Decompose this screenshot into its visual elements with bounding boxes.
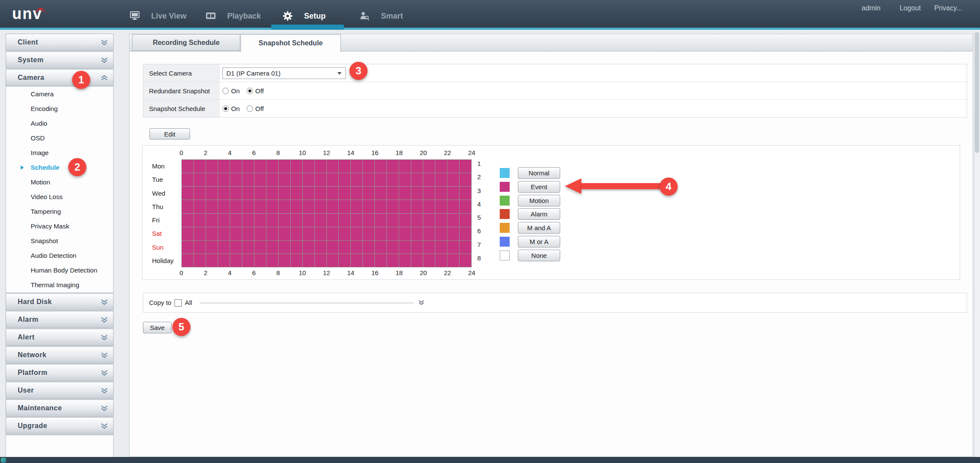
schedule-cell[interactable] (363, 241, 374, 254)
schedule-cell[interactable] (435, 187, 447, 200)
schedule-cell[interactable] (266, 214, 278, 227)
schedule-cell[interactable] (254, 214, 266, 227)
schedule-cell[interactable] (387, 187, 399, 200)
schedule-cell[interactable] (218, 227, 230, 240)
schedule-cell[interactable] (327, 227, 339, 240)
schedule-cell[interactable] (230, 214, 242, 227)
schedule-cell[interactable] (266, 160, 278, 173)
tab-recording-schedule[interactable]: Recording Schedule (132, 34, 240, 51)
schedule-cell[interactable] (303, 214, 314, 227)
legend-button-none[interactable]: None (518, 250, 560, 261)
redundant-snapshot-on-radio[interactable]: On (222, 87, 240, 95)
schedule-cell[interactable] (435, 241, 447, 254)
schedule-cell[interactable] (242, 200, 254, 213)
schedule-cell[interactable] (363, 173, 374, 186)
schedule-cell[interactable] (242, 187, 254, 200)
schedule-cell[interactable] (218, 200, 230, 213)
schedule-cell[interactable] (339, 214, 350, 227)
schedule-cell[interactable] (327, 254, 339, 267)
schedule-cell[interactable] (435, 214, 447, 227)
schedule-cell[interactable] (230, 241, 242, 254)
save-button[interactable]: Save (143, 322, 171, 333)
schedule-cell[interactable] (218, 241, 230, 254)
schedule-cell[interactable] (411, 254, 423, 267)
sidebar-group-platform[interactable]: Platform (6, 364, 114, 381)
schedule-cell[interactable] (423, 227, 435, 240)
schedule-cell[interactable] (411, 187, 423, 200)
schedule-cell[interactable] (206, 160, 218, 173)
schedule-cell[interactable] (315, 187, 327, 200)
schedule-cell[interactable] (242, 160, 254, 173)
schedule-cell[interactable] (423, 241, 435, 254)
schedule-cell[interactable] (182, 173, 193, 186)
schedule-cell[interactable] (230, 254, 242, 267)
schedule-cell[interactable] (363, 160, 374, 173)
sidebar-item-privacy-mask[interactable]: Privacy Mask (6, 219, 113, 234)
schedule-cell[interactable] (182, 160, 193, 173)
schedule-cell[interactable] (363, 214, 374, 227)
schedule-cell[interactable] (387, 227, 399, 240)
schedule-cell[interactable] (279, 160, 290, 173)
schedule-cell[interactable] (399, 227, 411, 240)
legend-button-m-or-a[interactable]: M or A (518, 236, 560, 247)
schedule-cell[interactable] (291, 187, 302, 200)
schedule-cell[interactable] (447, 227, 459, 240)
sidebar-item-snapshot[interactable]: Snapshot (6, 234, 113, 248)
schedule-cell[interactable] (339, 227, 350, 240)
nav-setup[interactable]: Setup (282, 4, 326, 28)
schedule-cell[interactable] (254, 173, 266, 186)
schedule-cell[interactable] (447, 241, 459, 254)
sidebar-item-osd[interactable]: OSD (6, 131, 113, 146)
schedule-cell[interactable] (399, 187, 411, 200)
schedule-cell[interactable] (218, 187, 230, 200)
schedule-cell[interactable] (375, 254, 387, 267)
schedule-cell[interactable] (460, 227, 471, 240)
schedule-cell[interactable] (351, 160, 362, 173)
sidebar-group-maintenance[interactable]: Maintenance (6, 400, 114, 417)
schedule-cell[interactable] (254, 241, 266, 254)
schedule-cell[interactable] (375, 227, 387, 240)
schedule-cell[interactable] (423, 173, 435, 186)
schedule-cell[interactable] (339, 173, 350, 186)
schedule-cell[interactable] (423, 200, 435, 213)
schedule-cell[interactable] (230, 227, 242, 240)
schedule-cell[interactable] (435, 227, 447, 240)
schedule-cell[interactable] (218, 173, 230, 186)
sidebar-group-alert[interactable]: Alert (6, 329, 114, 346)
schedule-cell[interactable] (351, 254, 362, 267)
schedule-cell[interactable] (206, 214, 218, 227)
schedule-cell[interactable] (194, 214, 206, 227)
schedule-cell[interactable] (242, 214, 254, 227)
schedule-cell[interactable] (279, 200, 290, 213)
schedule-cell[interactable] (447, 160, 459, 173)
schedule-cell[interactable] (387, 254, 399, 267)
schedule-cell[interactable] (303, 241, 314, 254)
schedule-cell[interactable] (194, 227, 206, 240)
schedule-cell[interactable] (351, 173, 362, 186)
schedule-cell[interactable] (218, 214, 230, 227)
snapshot-schedule-on-radio[interactable]: On (222, 105, 240, 112)
schedule-cell[interactable] (315, 173, 327, 186)
schedule-cell[interactable] (411, 173, 423, 186)
schedule-cell[interactable] (303, 160, 314, 173)
schedule-cell[interactable] (351, 241, 362, 254)
schedule-cell[interactable] (194, 160, 206, 173)
sidebar-item-audio-detection[interactable]: Audio Detection (6, 248, 113, 263)
schedule-cell[interactable] (339, 200, 350, 213)
schedule-cell[interactable] (411, 200, 423, 213)
schedule-cell[interactable] (206, 173, 218, 186)
schedule-cell[interactable] (339, 241, 350, 254)
schedule-cell[interactable] (230, 173, 242, 186)
schedule-cell[interactable] (315, 241, 327, 254)
legend-button-normal[interactable]: Normal (518, 167, 560, 179)
sidebar-group-network[interactable]: Network (6, 346, 114, 364)
schedule-cell[interactable] (447, 200, 459, 213)
schedule-cell[interactable] (423, 187, 435, 200)
schedule-cell[interactable] (339, 187, 350, 200)
schedule-cell[interactable] (182, 254, 193, 267)
sidebar-item-tampering[interactable]: Tampering (6, 204, 113, 219)
legend-button-motion[interactable]: Motion (518, 195, 560, 206)
schedule-cell[interactable] (315, 227, 327, 240)
schedule-cell[interactable] (254, 227, 266, 240)
schedule-cell[interactable] (291, 200, 302, 213)
